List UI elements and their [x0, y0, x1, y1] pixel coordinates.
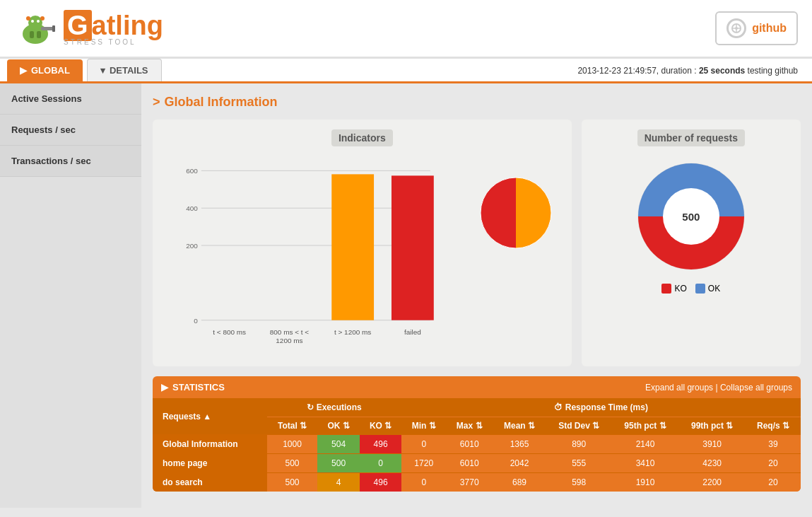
github-button[interactable]: github — [715, 11, 798, 45]
col-total: Total ⇅ — [267, 417, 318, 435]
ko-color-swatch — [661, 284, 671, 294]
col-response-time: ⏱ Response Time (ms) — [401, 398, 801, 417]
indicators-title: Indicators — [331, 129, 393, 146]
row-name: Global Information — [153, 435, 267, 454]
row-ko: 0 — [360, 454, 401, 473]
ko-label: KO — [674, 284, 686, 294]
svg-text:200: 200 — [186, 242, 198, 250]
sidebar-item-active-sessions[interactable]: Active Sessions — [0, 83, 141, 115]
col-ko: KO ⇅ — [360, 417, 401, 435]
svg-rect-30 — [392, 175, 434, 320]
section-title: Global Information — [153, 95, 801, 110]
row-ok: 4 — [317, 473, 359, 492]
logo-text-area: Gatling STRESS TOOL — [64, 11, 163, 46]
legend-ok: OK — [695, 284, 720, 294]
nav-timestamp: 2013-12-23 21:49:57, duration : 25 secon… — [570, 60, 805, 81]
row-min: 0 — [401, 435, 446, 454]
svg-point-9 — [40, 16, 45, 21]
pie-chart — [470, 156, 562, 255]
svg-rect-28 — [331, 174, 374, 320]
row-ko: 496 — [360, 473, 401, 492]
row-reqps: 20 — [746, 473, 801, 492]
row-reqps: 20 — [746, 454, 801, 473]
global-tab-label: GLOBAL — [31, 65, 70, 76]
row-pct99: 4230 — [678, 454, 746, 473]
stats-actions: Expand all groups | Collapse all groups — [645, 383, 792, 393]
col-executions: ↻ Executions — [267, 398, 402, 417]
svg-point-2 — [31, 20, 34, 23]
ok-color-swatch — [695, 284, 705, 294]
requests-chart: Number of requests 500 — [582, 120, 801, 366]
svg-text:600: 600 — [186, 167, 198, 175]
collapse-all-link[interactable]: Collapse all groups — [720, 383, 792, 393]
svg-text:400: 400 — [186, 204, 198, 212]
arrow-icon: ▶ — [20, 65, 27, 76]
indicators-chart: Indicators Number of Requests 600 400 — [153, 120, 572, 366]
row-mean: 1365 — [493, 435, 546, 454]
svg-rect-6 — [41, 27, 54, 30]
row-pct99: 2200 — [678, 473, 746, 492]
svg-rect-4 — [30, 31, 34, 38]
row-ok: 504 — [317, 435, 359, 454]
row-total: 500 — [267, 454, 318, 473]
svg-rect-7 — [52, 25, 55, 32]
row-std-dev: 890 — [546, 435, 612, 454]
row-total: 1000 — [267, 435, 318, 454]
col-std-dev: Std Dev ⇅ — [546, 417, 612, 435]
col-mean: Mean ⇅ — [493, 417, 546, 435]
row-std-dev: 555 — [546, 454, 612, 473]
row-mean: 2042 — [493, 454, 546, 473]
col-min: Min ⇅ — [401, 417, 446, 435]
tab-global[interactable]: ▶ GLOBAL — [7, 59, 83, 81]
row-pct95: 3410 — [612, 454, 679, 473]
row-ok: 500 — [317, 454, 359, 473]
stats-table-body: Global Information 1000 504 496 0 6010 1… — [153, 435, 801, 492]
svg-point-8 — [26, 16, 30, 21]
row-name: do search — [153, 473, 267, 492]
row-pct95: 2140 — [612, 435, 679, 454]
github-label: github — [752, 22, 787, 35]
svg-text:0: 0 — [194, 317, 198, 325]
svg-text:t > 1200 ms: t > 1200 ms — [334, 328, 371, 336]
chart-legend: KO OK — [661, 284, 720, 294]
sidebar: Active Sessions Requests / sec Transacti… — [0, 83, 141, 508]
svg-text:800 ms < t <: 800 ms < t < — [270, 328, 310, 336]
expand-all-link[interactable]: Expand all groups — [645, 383, 713, 393]
table-row: home page 500 500 0 1720 6010 2042 555 3… — [153, 454, 801, 473]
row-name: home page — [153, 454, 267, 473]
row-pct99: 3910 — [678, 435, 746, 454]
clock-icon: ⏱ — [554, 402, 563, 412]
svg-rect-5 — [37, 31, 41, 38]
main-layout: Active Sessions Requests / sec Transacti… — [0, 83, 812, 508]
table-row: do search 500 4 496 0 3770 689 598 1910 … — [153, 473, 801, 492]
col-reqps: Req/s ⇅ — [746, 417, 801, 435]
logo-g: Gatling — [64, 11, 163, 41]
col-pct99: 99th pct ⇅ — [678, 417, 746, 435]
table-row: Global Information 1000 504 496 0 6010 1… — [153, 435, 801, 454]
legend-ko: KO — [661, 284, 686, 294]
svg-text:failed: failed — [404, 328, 421, 336]
col-ok: OK ⇅ — [317, 417, 359, 435]
stats-header: ▶ STATISTICS Expand all groups | Collaps… — [153, 376, 801, 398]
refresh-icon: ↻ — [307, 402, 314, 412]
row-std-dev: 598 — [546, 473, 612, 492]
row-max: 6010 — [446, 435, 493, 454]
logo-icon — [14, 7, 57, 50]
row-max: 3770 — [446, 473, 493, 492]
donut-label: 500 — [682, 211, 700, 223]
row-ko: 496 — [360, 435, 401, 454]
table-header-row-1: Requests ▲ ↻ Executions ⏱ Response Time … — [153, 398, 801, 417]
details-tab-label: DETAILS — [110, 65, 148, 76]
row-mean: 689 — [493, 473, 546, 492]
content-area: Global Information Indicators Number of … — [141, 83, 812, 508]
logo-area: Gatling STRESS TOOL — [14, 7, 163, 50]
sidebar-item-transactions-sec[interactable]: Transactions / sec — [0, 146, 141, 177]
stats-table: Requests ▲ ↻ Executions ⏱ Response Time … — [153, 398, 801, 492]
charts-row: Indicators Number of Requests 600 400 — [153, 120, 801, 366]
tab-details[interactable]: ▾ DETAILS — [87, 59, 162, 81]
sidebar-item-requests-sec[interactable]: Requests / sec — [0, 115, 141, 146]
stats-table-wrap: Requests ▲ ↻ Executions ⏱ Response Time … — [153, 398, 801, 492]
row-pct95: 1910 — [612, 473, 679, 492]
donut-chart: 500 — [631, 156, 751, 277]
header: Gatling STRESS TOOL github — [0, 0, 812, 59]
